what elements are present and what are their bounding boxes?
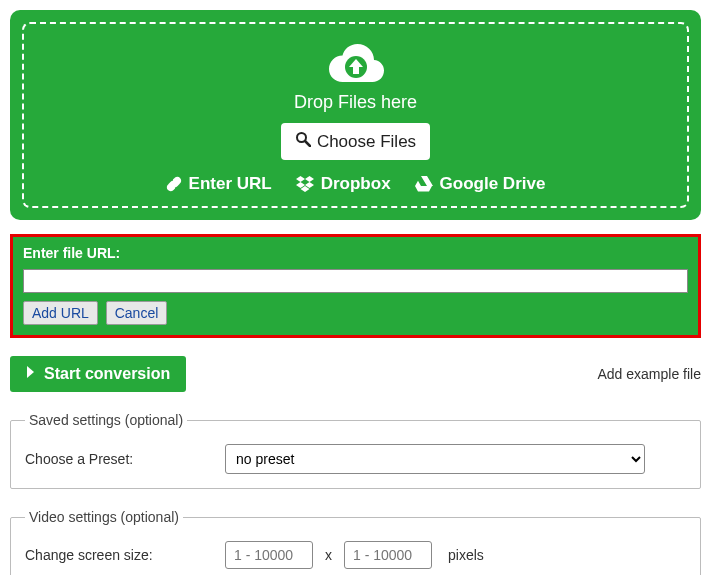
drop-heading: Drop Files here [34, 92, 677, 113]
width-input[interactable] [225, 541, 313, 569]
video-settings-legend: Video settings (optional) [25, 509, 183, 525]
source-dropbox-label: Dropbox [321, 174, 391, 194]
source-enter-url[interactable]: Enter URL [166, 174, 272, 194]
url-input[interactable] [23, 269, 688, 293]
height-input[interactable] [344, 541, 432, 569]
file-drop-zone[interactable]: Drop Files here Choose Files Enter URL D… [10, 10, 701, 220]
source-google-drive-label: Google Drive [440, 174, 546, 194]
source-dropbox[interactable]: Dropbox [296, 174, 391, 194]
search-icon [295, 131, 311, 152]
screen-size-label: Change screen size: [25, 547, 215, 563]
saved-settings-legend: Saved settings (optional) [25, 412, 187, 428]
saved-settings-fieldset: Saved settings (optional) Choose a Prese… [10, 412, 701, 489]
source-enter-url-label: Enter URL [189, 174, 272, 194]
start-conversion-label: Start conversion [44, 365, 170, 383]
dimension-separator: x [323, 547, 334, 563]
pixels-label: pixels [448, 547, 484, 563]
preset-select[interactable]: no preset [225, 444, 645, 474]
choose-files-button[interactable]: Choose Files [281, 123, 430, 160]
source-google-drive[interactable]: Google Drive [415, 174, 546, 194]
cancel-button[interactable]: Cancel [106, 301, 168, 325]
url-panel: Enter file URL: Add URL Cancel [10, 234, 701, 338]
video-settings-fieldset: Video settings (optional) Change screen … [10, 509, 701, 575]
start-conversion-button[interactable]: Start conversion [10, 356, 186, 392]
add-url-button[interactable]: Add URL [23, 301, 98, 325]
chevron-right-icon [26, 365, 36, 383]
action-row: Start conversion Add example file [10, 356, 701, 392]
choose-files-label: Choose Files [317, 132, 416, 152]
source-row: Enter URL Dropbox Google Drive [34, 174, 677, 194]
link-icon [166, 176, 182, 192]
url-panel-label: Enter file URL: [23, 245, 688, 261]
dropbox-icon [296, 176, 314, 192]
svg-line-2 [305, 141, 310, 146]
google-drive-icon [415, 176, 433, 192]
preset-label: Choose a Preset: [25, 451, 215, 467]
file-drop-inner: Drop Files here Choose Files Enter URL D… [22, 22, 689, 208]
cloud-upload-icon [34, 42, 677, 84]
add-example-file-link[interactable]: Add example file [597, 366, 701, 382]
